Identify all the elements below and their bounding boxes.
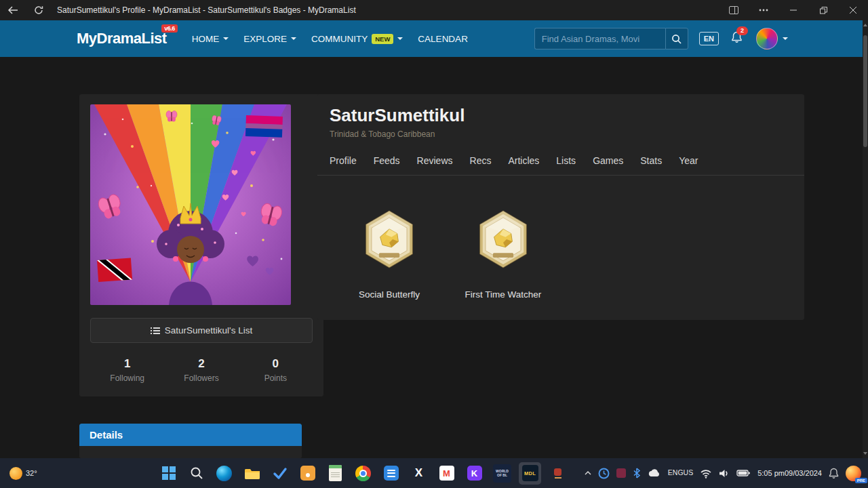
profile-image[interactable] — [90, 104, 291, 305]
user-avatar[interactable] — [756, 28, 778, 49]
scrollbar-thumb[interactable] — [863, 35, 867, 147]
more-options-button[interactable] — [749, 0, 778, 20]
misc-app[interactable] — [544, 458, 572, 488]
user-list-button[interactable]: SaturSumettikul's List — [90, 318, 313, 343]
x-app[interactable]: X — [405, 458, 433, 488]
profile-location: Trinidad & Tobago Caribbean — [330, 129, 792, 139]
start-button[interactable] — [155, 458, 182, 488]
tab-articles[interactable]: Articles — [508, 151, 539, 175]
edge-app[interactable] — [210, 458, 238, 488]
window-title: SaturSumettikul's Profile - MyDramaList … — [57, 5, 356, 15]
following-count: 1 — [90, 357, 164, 371]
notification-count-badge: 2 — [736, 26, 748, 35]
language-indicator[interactable]: ENG US — [668, 468, 693, 477]
scroll-down-arrow[interactable] — [863, 450, 868, 457]
orange-app[interactable] — [294, 458, 321, 488]
followers-count: 2 — [164, 357, 238, 371]
tab-recs[interactable]: Recs — [470, 151, 492, 175]
navbar-right: EN 2 — [534, 28, 788, 49]
site-navbar: MyDramaList v6.6 HOME EXPLORE COMMUNITY … — [0, 20, 868, 57]
scroll-up-arrow[interactable] — [863, 22, 868, 28]
tab-profile[interactable]: Profile — [330, 151, 357, 175]
tab-lists[interactable]: Lists — [556, 151, 576, 175]
chevron-down-icon — [291, 37, 296, 40]
site-logo-text: MyDramaList — [77, 30, 167, 47]
ellipsis-icon — [759, 9, 768, 12]
profile-stats: 1 Following 2 Followers 0 Points — [90, 357, 313, 383]
details-header: Details — [79, 424, 302, 446]
badge-icon[interactable] — [361, 209, 418, 269]
bisexual-flag — [245, 115, 283, 138]
firefox-app[interactable]: PRE — [846, 466, 861, 481]
lang-primary: ENG — [668, 468, 684, 477]
language-selector[interactable]: EN — [699, 32, 719, 45]
nav-menu: HOME EXPLORE COMMUNITY NEW CALENDAR — [184, 27, 475, 51]
version-badge: v6.6 — [161, 24, 178, 33]
chrome-app[interactable] — [349, 458, 377, 488]
search-group — [534, 28, 688, 49]
notepad-app[interactable] — [321, 458, 349, 488]
site-logo[interactable]: MyDramaList v6.6 — [77, 30, 167, 47]
profile-sidebar-card: SaturSumettikul's List 1 Following 2 Fol… — [79, 94, 323, 396]
k-app[interactable]: K — [460, 458, 488, 488]
tab-reviews[interactable]: Reviews — [417, 151, 453, 175]
stat-following[interactable]: 1 Following — [90, 357, 164, 383]
page-scrollbar[interactable] — [863, 20, 868, 458]
tab-feeds[interactable]: Feeds — [374, 151, 400, 175]
volume-button[interactable] — [719, 468, 730, 479]
nav-item-explore[interactable]: EXPLORE — [236, 27, 304, 51]
clock-date-widget[interactable]: 5:05 pm 09/03/2024 — [757, 468, 822, 478]
tab-games[interactable]: Games — [593, 151, 623, 175]
badge-icon[interactable] — [475, 209, 532, 269]
file-explorer-app[interactable] — [238, 458, 266, 488]
search-button[interactable] — [665, 28, 688, 49]
page-content: SaturSumettikul's List 1 Following 2 Fol… — [0, 57, 868, 488]
user-list-button-label: SaturSumettikul's List — [165, 325, 252, 336]
nav-item-home[interactable]: HOME — [184, 27, 237, 51]
world-of-bl-app[interactable]: WORLD OF BL — [488, 458, 516, 488]
nav-item-community[interactable]: COMMUNITY NEW — [304, 27, 410, 51]
maroon-app-icon — [616, 468, 626, 478]
back-button[interactable] — [0, 0, 26, 20]
notification-center-button[interactable] — [829, 468, 839, 479]
refresh-button[interactable] — [26, 0, 52, 20]
badge-name: Social Butterfly — [359, 289, 420, 300]
blue-list-app[interactable] — [377, 458, 405, 488]
tray-clock-app[interactable] — [598, 468, 610, 479]
clock-icon — [598, 468, 610, 479]
windows-logo-icon — [162, 466, 176, 480]
misc-app-icon — [554, 468, 561, 479]
stat-followers[interactable]: 2 Followers — [164, 357, 238, 383]
world-of-bl-icon: WORLD OF BL — [493, 464, 511, 483]
tray-maroon-app[interactable] — [616, 468, 626, 478]
taskbar-search-button[interactable] — [182, 458, 210, 488]
search-icon — [671, 34, 682, 44]
battery-button[interactable] — [736, 468, 751, 478]
split-screen-icon — [729, 6, 738, 14]
nav-calendar-label: CALENDAR — [418, 34, 468, 44]
windows-taskbar: 32° X M K WORLD OF BL MDL EN — [0, 458, 868, 488]
gmail-app[interactable]: M — [433, 458, 460, 488]
points-label: Points — [239, 373, 313, 383]
nav-item-calendar[interactable]: CALENDAR — [410, 27, 475, 51]
notifications-button[interactable]: 2 — [731, 31, 743, 46]
bluetooth-button[interactable] — [633, 468, 641, 479]
wifi-button[interactable] — [700, 468, 712, 479]
mydramalist-app-active[interactable]: MDL — [516, 458, 544, 488]
split-screen-button[interactable] — [719, 0, 749, 20]
firefox-icon: PRE — [846, 466, 861, 481]
tab-year[interactable]: Year — [679, 151, 698, 175]
maximize-button[interactable] — [808, 0, 838, 20]
onedrive-button[interactable] — [648, 468, 661, 478]
minimize-button[interactable] — [778, 0, 808, 20]
close-button[interactable] — [838, 0, 868, 20]
bluetooth-icon — [633, 468, 641, 479]
window-titlebar: SaturSumettikul's Profile - MyDramaList … — [0, 0, 868, 20]
orange-app-icon — [300, 466, 315, 481]
stat-points[interactable]: 0 Points — [239, 357, 313, 383]
todo-app[interactable] — [266, 458, 294, 488]
tab-stats[interactable]: Stats — [640, 151, 662, 175]
weather-widget[interactable]: 32° — [9, 458, 37, 488]
search-input[interactable] — [534, 28, 665, 49]
tray-overflow-button[interactable] — [585, 471, 591, 475]
